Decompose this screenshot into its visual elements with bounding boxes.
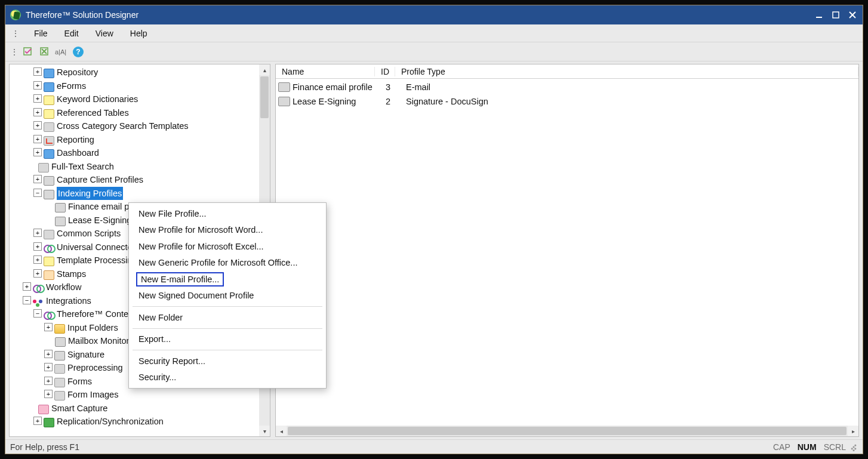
- expander-icon[interactable]: −: [33, 309, 42, 318]
- tree-item-keyword-dictionaries[interactable]: +Keyword Dictionaries: [10, 93, 259, 106]
- expander-icon[interactable]: +: [33, 148, 42, 156]
- maximize-button[interactable]: [830, 10, 841, 20]
- cm-new-signed-document[interactable]: New Signed Document Profile: [129, 288, 326, 304]
- help-icon: ?: [73, 47, 84, 57]
- list-item[interactable]: Finance email profile 3 E-mail: [276, 80, 858, 94]
- expander-icon[interactable]: −: [33, 189, 42, 197]
- toolbar: ⋮ a|A| ?: [5, 42, 863, 61]
- tree-item-replication-sync[interactable]: +Replication/Synchronization: [10, 415, 259, 429]
- tree-item-form-images[interactable]: +Form Images: [10, 388, 259, 402]
- cm-new-file-profile[interactable]: New File Profile...: [129, 205, 326, 222]
- expander-icon[interactable]: +: [44, 350, 53, 358]
- integrations-icon: [33, 297, 44, 307]
- expander-icon[interactable]: +: [33, 135, 42, 143]
- tree-item-full-text-search[interactable]: Full-Text Search: [10, 160, 259, 174]
- expander-icon[interactable]: +: [33, 121, 42, 130]
- menubar: ⋮ File Edit View Help: [5, 24, 863, 42]
- scroll-left-button[interactable]: ◂: [276, 426, 287, 436]
- column-name[interactable]: Name: [276, 67, 375, 76]
- table-icon: [44, 109, 54, 119]
- column-headers[interactable]: Name ID Profile Type: [276, 64, 858, 79]
- list-item[interactable]: Lease E-Signing 2 Signature - DocuSign: [276, 94, 858, 109]
- cm-new-email-profile[interactable]: New E-mail Profile...: [129, 271, 326, 288]
- close-button[interactable]: [847, 10, 858, 20]
- scroll-thumb[interactable]: [260, 76, 269, 118]
- toolbar-button-2[interactable]: [38, 45, 52, 59]
- menu-separator: [133, 350, 322, 350]
- expander-icon[interactable]: +: [33, 81, 42, 90]
- script-icon: [44, 230, 54, 239]
- gripper-icon: ⋮: [11, 29, 20, 38]
- minimize-button[interactable]: [814, 10, 824, 20]
- scroll-thumb[interactable]: [288, 427, 847, 435]
- cell-name: Finance email profile: [293, 82, 386, 92]
- scroll-right-button[interactable]: ▸: [848, 426, 858, 436]
- workflow-icon: [33, 284, 44, 293]
- expander-icon[interactable]: +: [33, 242, 42, 251]
- cm-export[interactable]: Export...: [129, 331, 326, 348]
- cm-new-profile-word[interactable]: New Profile for Microsoft Word...: [129, 222, 326, 239]
- dashboard-icon: [44, 149, 54, 159]
- forms-icon: [54, 378, 65, 387]
- cm-new-generic-office[interactable]: New Generic Profile for Microsoft Office…: [129, 255, 326, 272]
- toolbar-button-3[interactable]: a|A|: [54, 45, 69, 59]
- column-profile-type[interactable]: Profile Type: [395, 67, 858, 76]
- profile-icon: [55, 203, 66, 212]
- expander-icon[interactable]: +: [33, 229, 42, 237]
- detail-rows: Finance email profile 3 E-mail Lease E-S…: [276, 79, 858, 426]
- tree-item-dashboard[interactable]: +Dashboard: [10, 146, 259, 160]
- tree-item-indexing-profiles[interactable]: −Indexing Profiles: [10, 187, 259, 201]
- resize-grip-icon[interactable]: [849, 443, 858, 451]
- expander-icon[interactable]: +: [44, 377, 53, 385]
- expander-icon[interactable]: +: [33, 94, 42, 103]
- tree-item-repository[interactable]: +Repository: [10, 66, 259, 79]
- expander-icon[interactable]: +: [33, 417, 42, 425]
- expander-icon[interactable]: −: [23, 296, 31, 304]
- expander-icon[interactable]: +: [33, 108, 42, 116]
- form-images-icon: [54, 391, 65, 401]
- tree-item-cross-category[interactable]: +Cross Category Search Templates: [10, 119, 259, 133]
- cell-type: Signature - DocuSign: [406, 97, 858, 106]
- cm-security[interactable]: Security...: [129, 369, 326, 386]
- tree-item-capture-client-profiles[interactable]: +Capture Client Profiles: [10, 173, 259, 187]
- app-window: Therefore™ Solution Designer ⋮ File Edit…: [5, 5, 863, 454]
- expander-icon[interactable]: +: [23, 282, 31, 291]
- tree-item-smart-capture[interactable]: Smart Capture: [10, 402, 259, 415]
- expander-icon[interactable]: +: [44, 363, 53, 371]
- svg-text:a|A|: a|A|: [55, 48, 66, 56]
- column-id[interactable]: ID: [375, 67, 395, 76]
- menu-file[interactable]: File: [29, 27, 53, 40]
- cell-id: 2: [386, 97, 406, 106]
- toolbar-button-1[interactable]: [21, 45, 35, 59]
- expander-icon[interactable]: +: [44, 323, 53, 331]
- tree-item-reporting[interactable]: +Reporting: [10, 133, 259, 147]
- tree-item-referenced-tables[interactable]: +Referenced Tables: [10, 106, 259, 120]
- expander-icon[interactable]: +: [33, 269, 42, 278]
- cell-name: Lease E-Signing: [293, 97, 386, 106]
- scroll-down-button[interactable]: ▾: [259, 426, 270, 436]
- expander-icon[interactable]: +: [44, 390, 53, 398]
- status-cap: CAP: [773, 442, 790, 452]
- scroll-up-button[interactable]: ▴: [259, 64, 270, 75]
- detail-pane: Name ID Profile Type Finance email profi…: [275, 64, 859, 437]
- cm-new-folder[interactable]: New Folder: [129, 309, 326, 326]
- folder-icon: [54, 324, 65, 334]
- cm-new-profile-excel[interactable]: New Profile for Microsoft Excel...: [129, 238, 326, 255]
- preprocessing-icon: [54, 364, 65, 374]
- scroll-track[interactable]: [287, 426, 848, 436]
- toolbar-help-button[interactable]: ?: [71, 45, 85, 59]
- dictionary-icon: [44, 96, 54, 105]
- expander-icon[interactable]: +: [33, 67, 42, 76]
- context-menu: New File Profile... New Profile for Micr…: [128, 202, 327, 389]
- connector-icon: [44, 244, 54, 253]
- expander-icon[interactable]: +: [33, 255, 42, 264]
- expander-icon[interactable]: +: [33, 175, 42, 183]
- detail-horizontal-scrollbar[interactable]: ◂ ▸: [276, 426, 858, 436]
- menu-help[interactable]: Help: [125, 27, 152, 40]
- menu-view[interactable]: View: [91, 27, 118, 40]
- menu-edit[interactable]: Edit: [60, 27, 84, 40]
- tree-item-eforms[interactable]: +eForms: [10, 79, 259, 93]
- app-icon: [10, 10, 21, 20]
- titlebar: Therefore™ Solution Designer: [5, 5, 863, 24]
- cm-security-report[interactable]: Security Report...: [129, 353, 326, 369]
